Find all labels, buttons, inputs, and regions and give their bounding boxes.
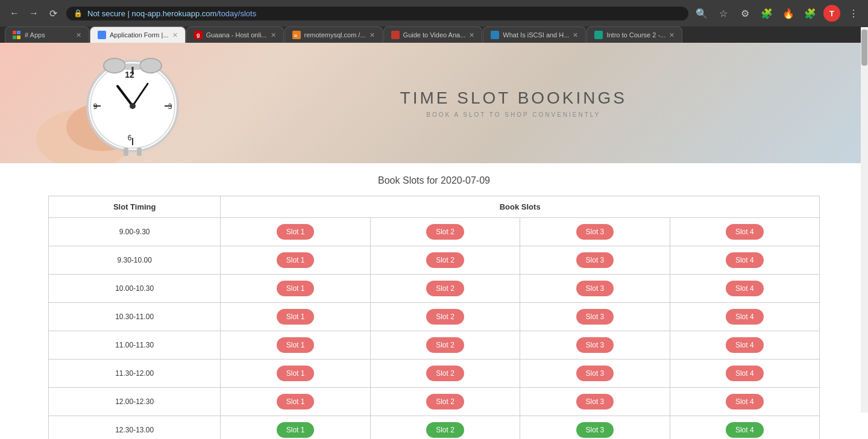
table-row: 11.00-11.30Slot 1Slot 2Slot 3Slot 4 [49, 331, 820, 360]
slot-cell: Slot 3 [520, 275, 670, 303]
scrollbar[interactable] [861, 27, 868, 413]
svg-rect-20 [137, 148, 142, 156]
slot-button-1[interactable]: Slot 1 [277, 394, 315, 409]
slot-button-1[interactable]: Slot 1 [277, 337, 315, 353]
table-title: Book Slots for 2020-07-09 [48, 175, 820, 186]
slot-button-2[interactable]: Slot 2 [426, 252, 464, 268]
hero-clock: 12 3 6 9 [0, 43, 241, 163]
slot-button-4[interactable]: Slot 4 [726, 309, 764, 325]
fire-icon[interactable]: 🔥 [780, 5, 797, 22]
slot-button-1[interactable]: Slot 1 [277, 309, 315, 325]
tab-course[interactable]: Intro to Course 2 -... ✕ [587, 26, 682, 43]
slot-button-4[interactable]: Slot 4 [726, 366, 764, 381]
address-bar[interactable]: 🔒 Not secure | noq-app.herokuapp.com/tod… [66, 7, 688, 20]
browser-toolbar: ← → ⟳ 🔒 Not secure | noq-app.herokuapp.c… [0, 0, 868, 26]
svg-text:12: 12 [125, 70, 134, 79]
slot-button-4[interactable]: Slot 4 [726, 252, 764, 268]
svg-rect-19 [124, 148, 128, 156]
tab-mysql-close[interactable]: ✕ [370, 31, 375, 39]
slot-timing: 9.00-9.30 [49, 218, 221, 246]
hero-title: Time Slot Bookings [400, 89, 627, 108]
slot-button-1[interactable]: Slot 1 [277, 281, 315, 296]
slot-cell: Slot 4 [670, 218, 819, 246]
tab-iscsi[interactable]: What Is iSCSI and H... ✕ [483, 26, 586, 43]
slot-cell: Slot 2 [370, 416, 520, 440]
slot-cell: Slot 4 [670, 388, 819, 416]
scrollbar-thumb[interactable] [861, 30, 867, 66]
tab-guide-close[interactable]: ✕ [469, 31, 474, 39]
slot-button-3[interactable]: Slot 3 [576, 337, 614, 353]
slot-button-2[interactable]: Slot 2 [426, 281, 464, 296]
profile-avatar[interactable]: T [823, 5, 840, 22]
svg-point-18 [130, 103, 136, 109]
slot-button-3[interactable]: Slot 3 [576, 281, 614, 296]
slot-button-2[interactable]: Slot 2 [426, 394, 464, 409]
slots-table: Slot Timing Book Slots 9.00-9.30Slot 1Sl… [48, 196, 820, 439]
slot-button-2[interactable]: Slot 2 [426, 337, 464, 353]
slot-button-2[interactable]: Slot 2 [426, 366, 464, 381]
tab-apps[interactable]: # Apps ✕ [5, 26, 89, 43]
browser-chrome: ← → ⟳ 🔒 Not secure | noq-app.herokuapp.c… [0, 0, 868, 43]
extension-icon[interactable]: 🧩 [758, 5, 775, 22]
slot-timing: 12.30-13.00 [49, 416, 221, 440]
slot-cell: Slot 3 [520, 218, 670, 246]
bookmark-icon[interactable]: ☆ [715, 5, 732, 22]
slot-button-3[interactable]: Slot 3 [576, 366, 614, 381]
slot-cell: Slot 2 [370, 246, 520, 275]
slot-button-3[interactable]: Slot 3 [576, 309, 614, 325]
table-row: 11.30-12.00Slot 1Slot 2Slot 3Slot 4 [49, 360, 820, 388]
reload-button[interactable]: ⟳ [45, 5, 61, 22]
table-row: 12.00-12.30Slot 1Slot 2Slot 3Slot 4 [49, 388, 820, 416]
back-button[interactable]: ← [6, 5, 23, 22]
tab-mysql-label: remotemysql.com /... [304, 31, 366, 39]
tab-course-close[interactable]: ✕ [669, 31, 675, 39]
slot-button-1[interactable]: Slot 1 [277, 252, 315, 268]
slot-button-4[interactable]: Slot 4 [726, 281, 764, 296]
tab-guaana-close[interactable]: ✕ [271, 31, 276, 39]
slot-cell: Slot 1 [221, 275, 370, 303]
slot-button-2[interactable]: Slot 2 [426, 224, 464, 240]
slot-button-3[interactable]: Slot 3 [576, 422, 614, 438]
slot-button-2[interactable]: Slot 2 [426, 422, 464, 438]
slot-button-3[interactable]: Slot 3 [576, 394, 614, 409]
col-bookslots: Book Slots [221, 196, 820, 218]
tab-appform[interactable]: Application Form |... ✕ [90, 26, 186, 43]
slot-timing: 12.00-12.30 [49, 388, 221, 416]
clock-illustration: 12 3 6 9 [24, 43, 217, 163]
slot-button-1[interactable]: Slot 1 [277, 422, 315, 438]
settings-icon[interactable]: ⚙ [737, 5, 753, 22]
slot-button-3[interactable]: Slot 3 [576, 252, 614, 268]
nav-buttons: ← → ⟳ [6, 5, 61, 22]
svg-text:≋: ≋ [294, 33, 298, 38]
tab-appform-close[interactable]: ✕ [172, 31, 178, 39]
slot-button-1[interactable]: Slot 1 [277, 366, 315, 381]
puzzle-icon[interactable]: 🧩 [802, 5, 819, 22]
slot-timing: 11.30-12.00 [49, 360, 221, 388]
slot-button-3[interactable]: Slot 3 [576, 224, 614, 240]
slot-timing: 10.00-10.30 [49, 275, 221, 303]
slot-cell: Slot 3 [520, 416, 670, 440]
tab-iscsi-close[interactable]: ✕ [573, 31, 578, 39]
tab-guaana[interactable]: g Guaana - Host onli... ✕ [186, 26, 284, 43]
tab-apps-close[interactable]: ✕ [76, 31, 81, 39]
slot-cell: Slot 1 [221, 416, 370, 440]
slot-cell: Slot 2 [370, 275, 520, 303]
iscsi-favicon [491, 31, 499, 39]
menu-icon[interactable]: ⋮ [845, 5, 862, 22]
slot-button-4[interactable]: Slot 4 [726, 422, 764, 438]
slot-button-1[interactable]: Slot 1 [277, 224, 315, 240]
tab-guide[interactable]: Guide to Video Ana... ✕ [383, 26, 483, 43]
slot-button-2[interactable]: Slot 2 [426, 309, 464, 325]
tab-remotemysql[interactable]: ≋ remotemysql.com /... ✕ [285, 26, 383, 43]
slot-cell: Slot 4 [670, 303, 819, 331]
slot-button-4[interactable]: Slot 4 [726, 394, 764, 409]
search-icon[interactable]: 🔍 [693, 5, 710, 22]
slot-button-4[interactable]: Slot 4 [726, 337, 764, 353]
forward-button[interactable]: → [25, 5, 42, 22]
slot-cell: Slot 3 [520, 246, 670, 275]
slot-button-4[interactable]: Slot 4 [726, 224, 764, 240]
table-row: 12.30-13.00Slot 1Slot 2Slot 3Slot 4 [49, 416, 820, 440]
guaana-favicon: g [194, 31, 203, 39]
table-row: 10.00-10.30Slot 1Slot 2Slot 3Slot 4 [49, 275, 820, 303]
slot-cell: Slot 2 [370, 388, 520, 416]
